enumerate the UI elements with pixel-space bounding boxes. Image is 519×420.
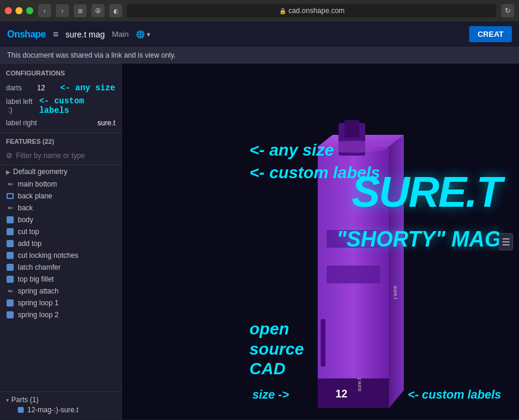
feature-label-body: body <box>18 216 33 224</box>
config-row-darts: darts 12 <- any size <box>6 81 115 94</box>
close-button[interactable] <box>5 7 12 14</box>
annotation-any-size-label: <- any size <box>61 83 115 93</box>
features-header: Features (22) <box>0 138 121 149</box>
viewport-list-button[interactable]: ☰ <box>499 233 513 250</box>
config-row-label-left: label left :) <- custom labels <box>6 94 115 117</box>
globe-icon: 🌐 <box>136 30 145 39</box>
traffic-lights <box>5 7 33 14</box>
annotation-any-size: <- any size <box>249 141 334 160</box>
feature-cut-top[interactable]: cut top <box>0 226 121 238</box>
pencil-icon-spring: ✏ <box>6 287 14 295</box>
feature-spring-loop-1[interactable]: spring loop 1 <box>0 297 121 309</box>
back-nav-button[interactable]: ‹ <box>38 4 51 17</box>
url-text: cad.onshape.com <box>289 7 345 15</box>
cube-icon-cut-locking <box>6 251 14 260</box>
create-button[interactable]: CREAT <box>469 26 512 42</box>
feature-back[interactable]: ✏ back <box>0 202 121 214</box>
parts-section: ▾ Parts (1) 12-mag-:)-sure.t <box>0 391 121 419</box>
svg-rect-4 <box>344 120 359 138</box>
features-section: Features (22) ⊘ ▶ Default geometry ✏ mai… <box>0 133 121 391</box>
default-geometry-item[interactable]: ▶ Default geometry <box>0 165 121 178</box>
chevron-down-icon: ▾ <box>6 397 9 403</box>
plane-icon-back-plane <box>6 192 14 200</box>
parts-header[interactable]: ▾ Parts (1) <box>6 396 115 404</box>
minimize-button[interactable] <box>15 7 23 14</box>
svg-text:sure.t: sure.t <box>393 286 398 299</box>
lock-icon: 🔒 <box>279 8 286 14</box>
chevron-right-icon: ▶ <box>6 169 11 175</box>
svg-rect-11 <box>321 319 325 367</box>
feature-latch-chamfer[interactable]: latch chamfer <box>0 261 121 273</box>
feature-label-back: back <box>18 204 33 212</box>
onshape-logo[interactable]: Onshape <box>7 29 46 40</box>
refresh-button[interactable]: ↻ <box>501 4 514 17</box>
size-arrow-label: size -> <box>252 388 289 402</box>
features-title: Features (22) <box>6 138 54 145</box>
app-header: Onshape ≡ sure.t mag Main 🌐 ▾ CREAT <box>0 21 519 48</box>
config-value-darts: 12 <box>37 84 45 92</box>
feature-label-spring1: spring loop 1 <box>18 299 59 307</box>
svg-text:12: 12 <box>336 388 347 400</box>
custom-labels-bottom-label: <- custom labels <box>408 388 501 402</box>
filter-icon: ⊘ <box>6 151 12 160</box>
cube-icon-spring2 <box>6 311 14 319</box>
pencil-icon-main-bottom: ✏ <box>6 180 14 188</box>
feature-back-plane[interactable]: back plane <box>0 190 121 202</box>
feature-spring-attach[interactable]: ✏ spring attach <box>0 285 121 297</box>
maximize-button[interactable] <box>26 7 33 14</box>
part-label-mag: 12-mag-:)-sure.t <box>27 406 78 414</box>
main-content: Configurations darts 12 <- any size labe… <box>0 64 519 419</box>
viewport: 12 sure.t sure.t <- any size <- custom l… <box>122 64 519 419</box>
feature-spring-loop-2[interactable]: spring loop 2 <box>0 309 121 321</box>
pencil-icon-back: ✏ <box>6 204 14 212</box>
config-row-label-right: label right sure.t <box>6 117 115 129</box>
feature-label-add-top: add top <box>18 239 42 248</box>
feature-body[interactable]: body <box>0 214 121 226</box>
feature-label-latch: latch chamfer <box>18 263 61 271</box>
feature-main-bottom[interactable]: ✏ main bottom <box>0 178 121 190</box>
feature-top-big-fillet[interactable]: top big fillet <box>0 273 121 285</box>
config-value-label-right: sure.t <box>97 119 115 127</box>
titlebar: ‹ › ⊞ ⦿ ◐ 🔒 cad.onshape.com ↻ <box>0 0 519 21</box>
feature-label-cut-top: cut top <box>18 228 39 236</box>
tab-icon: ⊞ <box>74 4 87 17</box>
cube-icon-cut-top <box>6 228 14 236</box>
feature-add-top[interactable]: add top <box>0 238 121 250</box>
config-label-left: label left :) <box>6 97 39 114</box>
feature-label-main-bottom: main bottom <box>18 180 57 188</box>
document-title: sure.t mag <box>65 30 105 39</box>
annotation-custom-labels-label: <- custom labels <box>39 96 115 115</box>
shared-notice: This document was shared via a link and … <box>0 48 519 64</box>
feature-cut-locking-notches[interactable]: cut locking notches <box>0 250 121 261</box>
cube-icon-spring1 <box>6 299 14 307</box>
globe-button[interactable]: 🌐 ▾ <box>136 30 150 39</box>
part-cube-icon <box>18 407 24 413</box>
part-item-mag[interactable]: 12-mag-:)-sure.t <box>6 404 115 416</box>
window-icon-3: ◐ <box>109 4 122 17</box>
hamburger-menu[interactable]: ≡ <box>53 29 58 40</box>
svg-rect-7 <box>318 378 389 408</box>
configurations-title: Configurations <box>6 70 115 77</box>
feature-label-fillet: top big fillet <box>18 275 54 283</box>
address-bar[interactable]: 🔒 cad.onshape.com <box>127 4 496 17</box>
config-label-darts: darts <box>6 84 22 92</box>
forward-nav-button[interactable]: › <box>56 4 69 17</box>
feature-label-spring2: spring loop 2 <box>18 311 59 319</box>
parts-title: Parts (1) <box>11 396 39 404</box>
config-label-right: label right <box>6 119 37 127</box>
cube-icon-body <box>6 216 14 224</box>
svg-rect-6 <box>327 266 380 283</box>
annotation-open-source: open source CAD <box>249 319 304 379</box>
feature-label-back-plane: back plane <box>18 192 52 200</box>
cube-icon-latch <box>6 263 14 271</box>
document-tab[interactable]: Main <box>112 30 128 39</box>
svg-text:sure.t: sure.t <box>356 378 362 391</box>
cube-icon-add-top <box>6 239 14 248</box>
cube-icon-fillet <box>6 275 14 283</box>
window-icon-2: ⦿ <box>91 4 105 17</box>
globe-arrow: ▾ <box>147 30 150 39</box>
left-panel: Configurations darts 12 <- any size labe… <box>0 64 122 419</box>
brand-shorty-mag: "SHORTY" MAG <box>337 227 502 252</box>
search-input[interactable] <box>16 151 115 160</box>
feature-label-spring-attach: spring attach <box>18 287 59 295</box>
